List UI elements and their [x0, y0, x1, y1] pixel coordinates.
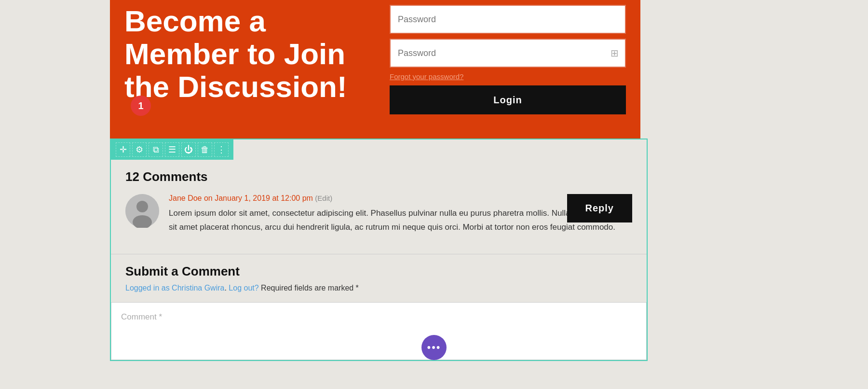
log-out-link[interactable]: Log out? [229, 284, 258, 292]
submit-comment-heading: Submit a Comment [125, 264, 632, 279]
password-input[interactable] [390, 39, 626, 68]
comment-input-area: Comment * [111, 302, 647, 360]
main-content-block: ✛ ⚙ ⧉ ☰ ⏻ 🗑 ⋮ 12 Comments Jane Doe on Ja… [110, 139, 648, 361]
comment-text: Lorem ipsum dolor sit amet, consectetur … [169, 207, 632, 235]
password-wrapper: ⊞ [390, 39, 626, 68]
more-options-icon[interactable]: ⋮ [214, 142, 229, 157]
number-badge: 1 [131, 96, 151, 116]
block-toolbar: ✛ ⚙ ⧉ ☰ ⏻ 🗑 ⋮ [111, 139, 233, 160]
comment-body: Jane Doe on January 1, 2019 at 12:00 pm … [169, 194, 632, 235]
forgot-password-link[interactable]: Forgot your password? [390, 72, 626, 81]
avatar [125, 194, 159, 228]
comment-author: Jane Doe [169, 194, 202, 202]
move-icon[interactable]: ✛ [116, 142, 130, 157]
power-icon[interactable]: ⏻ [181, 142, 196, 157]
comment-meta: Jane Doe on January 1, 2019 at 12:00 pm … [169, 194, 632, 203]
comments-heading: 12 Comments [125, 169, 632, 184]
dots-icon: ••• [427, 341, 441, 354]
login-button[interactable]: Login [390, 85, 626, 114]
delete-icon[interactable]: 🗑 [198, 142, 212, 157]
duplicate-icon[interactable]: ⧉ [149, 142, 163, 157]
svg-point-1 [136, 201, 148, 212]
username-input[interactable] [390, 5, 626, 34]
submit-comment-section: Submit a Comment Logged in as Christina … [111, 254, 647, 302]
settings-icon[interactable]: ⚙ [132, 142, 147, 157]
grid-icon[interactable]: ☰ [165, 142, 179, 157]
floating-dots-button[interactable]: ••• [421, 335, 447, 360]
logged-in-user-link[interactable]: Logged in as Christina Gwira [125, 284, 224, 292]
banner-heading: Become a Member to Join the Discussion! [110, 0, 380, 113]
avatar-silhouette-icon [125, 194, 159, 228]
orange-banner: Become a Member to Join the Discussion! … [110, 0, 640, 139]
required-note: Required fields are marked * [261, 284, 359, 292]
login-form: ⊞ Forgot your password? Login [380, 0, 640, 124]
comment-placeholder: Comment * [121, 312, 162, 321]
logged-in-info: Logged in as Christina Gwira. Log out? R… [125, 284, 632, 292]
comment-item: Jane Doe on January 1, 2019 at 12:00 pm … [125, 194, 632, 235]
reply-button[interactable]: Reply [567, 194, 632, 222]
comments-section: 12 Comments Jane Doe on January 1, 2019 … [111, 160, 647, 254]
comment-date: on January 1, 2019 at 12:00 pm [204, 194, 313, 202]
comment-edit-link[interactable]: (Edit) [315, 194, 332, 202]
password-icon: ⊞ [610, 47, 619, 59]
